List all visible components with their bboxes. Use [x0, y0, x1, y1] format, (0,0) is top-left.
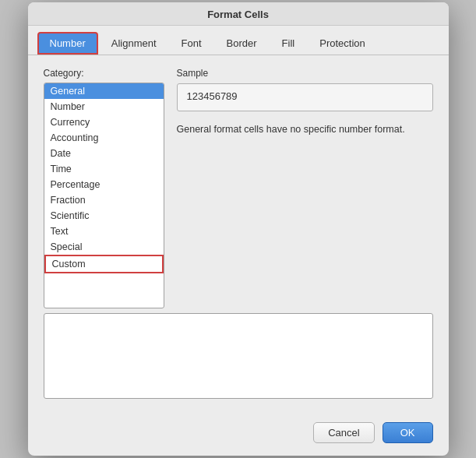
right-panel: Sample 123456789 General format cells ha…	[177, 68, 433, 308]
format-cells-dialog: Format Cells NumberAlignmentFontBorderFi…	[28, 2, 449, 456]
category-item-fraction[interactable]: Fraction	[44, 192, 164, 208]
category-item-special[interactable]: Special	[44, 239, 164, 255]
tab-bar: NumberAlignmentFontBorderFillProtection	[28, 26, 449, 55]
tab-alignment[interactable]: Alignment	[100, 33, 168, 54]
sample-label: Sample	[177, 68, 433, 79]
category-item-percentage[interactable]: Percentage	[44, 177, 164, 192]
tab-number[interactable]: Number	[37, 32, 98, 55]
extra-list[interactable]	[44, 313, 433, 399]
category-item-date[interactable]: Date	[44, 146, 164, 161]
category-label: Category:	[44, 68, 164, 79]
main-area: Category: GeneralNumberCurrencyAccountin…	[44, 68, 433, 308]
ok-button[interactable]: OK	[383, 422, 433, 443]
button-bar: Cancel OK	[28, 411, 449, 456]
title-bar: Format Cells	[28, 2, 449, 26]
category-item-custom[interactable]: Custom	[44, 255, 164, 273]
sample-value: 123456789	[177, 83, 433, 111]
tab-fill[interactable]: Fill	[270, 33, 307, 54]
tab-font[interactable]: Font	[170, 33, 213, 54]
category-item-time[interactable]: Time	[44, 161, 164, 177]
left-panel: Category: GeneralNumberCurrencyAccountin…	[44, 68, 164, 308]
category-item-text[interactable]: Text	[44, 224, 164, 239]
category-item-accounting[interactable]: Accounting	[44, 130, 164, 146]
tab-protection[interactable]: Protection	[308, 33, 377, 54]
tab-border[interactable]: Border	[215, 33, 269, 54]
dialog-title: Format Cells	[207, 9, 269, 20]
category-item-scientific[interactable]: Scientific	[44, 208, 164, 224]
category-item-number[interactable]: Number	[44, 99, 164, 114]
category-list[interactable]: GeneralNumberCurrencyAccountingDateTimeP…	[44, 83, 164, 308]
format-description: General format cells have no specific nu…	[177, 122, 433, 137]
content-area: Category: GeneralNumberCurrencyAccountin…	[28, 55, 449, 411]
cancel-button[interactable]: Cancel	[313, 422, 374, 443]
category-item-currency[interactable]: Currency	[44, 114, 164, 130]
category-item-general[interactable]: General	[44, 83, 164, 99]
